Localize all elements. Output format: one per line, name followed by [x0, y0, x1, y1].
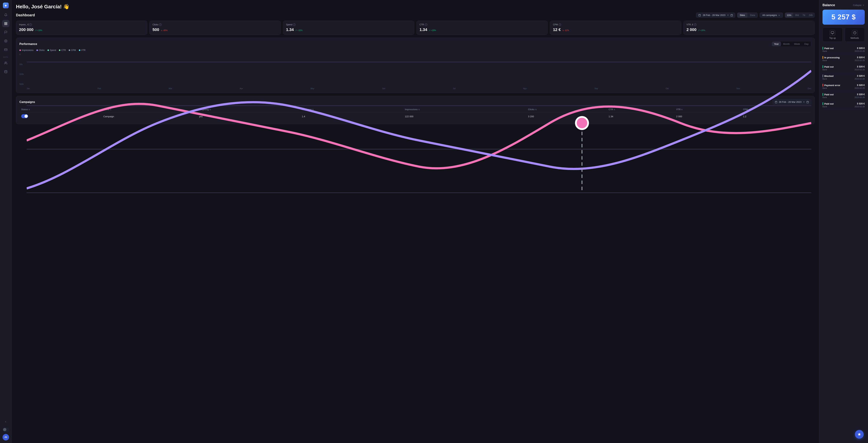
- chart-svg: [27, 53, 811, 210]
- stat-cards-grid: Impres., € ? 200 000 ↗ +20% Clicks ? 500…: [16, 21, 815, 35]
- sidebar-icon-card[interactable]: [2, 46, 9, 53]
- performance-header: Performance Year Month Week Day: [20, 41, 811, 47]
- payment-amount: 3 320 €: [857, 47, 865, 50]
- balance-header: Balance Collapse: [823, 3, 865, 7]
- time-btn-12m[interactable]: 12m: [785, 13, 793, 18]
- payment-status: Paid out: [823, 65, 834, 68]
- balance-panel: Balance Collapse 5 257 $ Top up Methods: [819, 0, 868, 443]
- payment-bank: Bank: [823, 96, 827, 98]
- legend-spend: Spend: [48, 49, 56, 52]
- svg-rect-0: [4, 22, 5, 23]
- svg-rect-7: [4, 49, 7, 51]
- payment-bank: Bank: [823, 59, 827, 61]
- stat-card-clicks: Clicks ? 500 ↘ -20%: [149, 21, 281, 35]
- campaign-filter[interactable]: All campaigns: [760, 12, 783, 18]
- payment-item: In processing 3 320 € Bank 2023-02-28: [823, 54, 865, 63]
- stat-value-clicks: 500: [152, 27, 159, 32]
- sidebar-collapse-toggle[interactable]: ‹: [2, 418, 9, 425]
- sidebar-icon-chart[interactable]: [2, 37, 9, 44]
- ctr-info-icon[interactable]: ?: [425, 23, 427, 26]
- payment-date: 2023-02-28: [855, 105, 865, 108]
- svg-rect-2: [6, 24, 7, 25]
- sidebar-icon-db[interactable]: [2, 68, 9, 75]
- view-tabs: Sites Data: [737, 12, 758, 18]
- tab-data[interactable]: Data: [747, 13, 757, 18]
- tab-sites[interactable]: Sites: [737, 13, 748, 18]
- period-tab-year[interactable]: Year: [772, 42, 781, 46]
- svg-rect-1: [6, 22, 7, 23]
- impressions-info-icon[interactable]: ?: [29, 23, 32, 26]
- svg-point-23: [576, 117, 588, 129]
- time-btn-24h[interactable]: 24h: [807, 13, 814, 18]
- vtr-info-icon[interactable]: ?: [694, 23, 696, 26]
- stat-label-clicks: Clicks: [152, 23, 158, 26]
- sidebar-icon-bell[interactable]: [2, 11, 9, 19]
- stat-card-vtr: VTR, € ? 2 000 ↗ +20%: [683, 21, 815, 35]
- cpm-info-icon[interactable]: ?: [559, 23, 561, 26]
- payment-date: 2023-02-28: [855, 78, 865, 80]
- performance-chart: 500k 100k 50k 0 JanF: [20, 53, 811, 90]
- time-btn-7d[interactable]: 7d: [801, 13, 807, 18]
- svg-point-6: [5, 40, 6, 41]
- collapse-button[interactable]: Collapse: [853, 4, 865, 6]
- top-up-label: Top up: [829, 37, 836, 39]
- time-period-tabs: 12m 30d 7d 24h: [785, 12, 815, 18]
- balance-title: Balance: [823, 3, 835, 7]
- stat-label-impressions: Impres., €: [19, 23, 29, 26]
- svg-rect-33: [831, 32, 834, 34]
- spend-info-icon[interactable]: ?: [293, 23, 296, 26]
- campaign-toggle[interactable]: [21, 114, 28, 118]
- top-up-button[interactable]: Top up: [823, 28, 843, 42]
- stat-value-ctr: 1.34: [420, 27, 427, 32]
- sidebar-logo[interactable]: ◆: [3, 3, 9, 8]
- chart-legend: Impressions Clicks Spend CTR CPM VTR: [20, 49, 811, 52]
- sidebar-data-label: DATA: [3, 56, 8, 58]
- date-range-text: 28 Feb - 28 Mar 2023: [703, 14, 725, 17]
- sidebar-icon-flag[interactable]: [2, 29, 9, 36]
- payment-date: 2023-02-28: [855, 96, 865, 98]
- time-btn-30d[interactable]: 30d: [793, 13, 801, 18]
- collapse-label: Collapse: [853, 4, 862, 6]
- payment-date: 2023-02-28: [855, 50, 865, 52]
- balance-amount: 5 257 $: [826, 13, 861, 21]
- svg-rect-11: [699, 14, 701, 16]
- performance-section: Performance Year Month Week Day Impressi…: [16, 38, 815, 93]
- payment-status: Blocked: [823, 74, 834, 77]
- payment-amount: 3 320 €: [857, 102, 865, 105]
- stat-label-vtr: VTR, €: [686, 23, 693, 26]
- stat-change-clicks: ↘ -20%: [161, 29, 167, 32]
- stat-change-impressions: ↗ +20%: [35, 29, 42, 32]
- date-close-icon[interactable]: ✕: [727, 14, 729, 17]
- fab-button[interactable]: [855, 430, 864, 439]
- balance-actions: Top up Methods: [823, 28, 865, 42]
- stat-label-ctr: CTR: [420, 23, 424, 26]
- clicks-info-icon[interactable]: ?: [159, 23, 161, 26]
- theme-toggle[interactable]: [3, 428, 9, 432]
- stat-value-spend: 1.34: [286, 27, 294, 32]
- date-range-filter[interactable]: 28 Feb - 28 Mar 2023 ✕: [696, 12, 735, 18]
- stat-change-vtr: ↗ +20%: [698, 29, 705, 32]
- stat-change-cpm: ↘ -12%: [562, 29, 569, 32]
- payment-bank: Bank: [823, 78, 827, 80]
- dashboard-title: Dashboard: [16, 13, 35, 17]
- chart-y-axis: 500k 100k 50k 0: [20, 53, 24, 85]
- stat-value-vtr: 2 000: [686, 27, 696, 32]
- stat-change-spend: ↗ +20%: [295, 29, 303, 32]
- payment-item: Blocked 3 320 € Bank 2023-02-28: [823, 73, 865, 82]
- period-tab-week[interactable]: Week: [792, 42, 802, 46]
- methods-icon: [852, 30, 858, 36]
- period-tab-day[interactable]: Day: [802, 42, 811, 46]
- user-avatar[interactable]: JG: [3, 434, 9, 440]
- payment-bank: Bank: [823, 87, 827, 89]
- svg-rect-15: [731, 14, 733, 16]
- stat-card-spend: Spend ? 1.34 ↗ +20%: [283, 21, 414, 35]
- payment-status: Payment error: [823, 84, 840, 87]
- top-up-icon: [830, 30, 835, 36]
- payment-status: Paid out: [823, 47, 834, 50]
- methods-button[interactable]: Methods: [845, 28, 865, 42]
- period-tab-month[interactable]: Month: [781, 42, 792, 46]
- sidebar-icon-home[interactable]: [2, 20, 9, 27]
- payment-item: Paid out 3 320 € Bank 2023-02-28: [823, 100, 865, 110]
- balance-card: 5 257 $: [823, 10, 865, 25]
- sidebar-icon-users[interactable]: [2, 59, 9, 67]
